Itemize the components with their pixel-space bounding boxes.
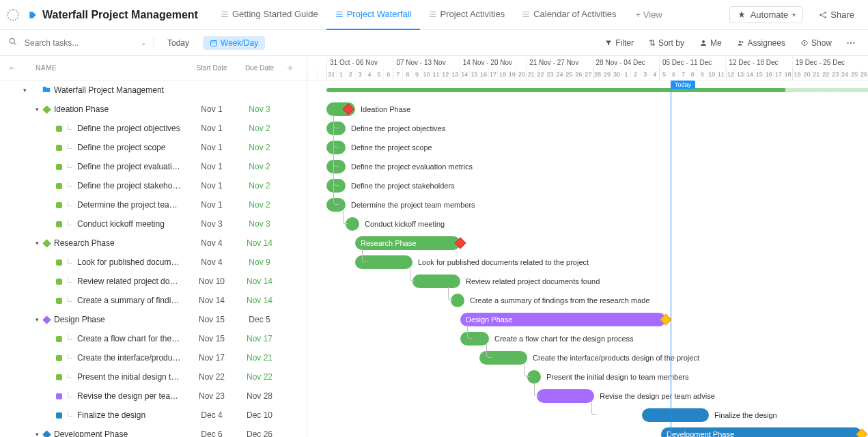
task-name: Look for published documen...: [77, 257, 188, 267]
collapse-caret-icon[interactable]: ▾: [23, 87, 31, 94]
svg-point-1: [825, 12, 826, 13]
task-row[interactable]: ▾ Determine the project team ... Nov 1 N…: [0, 195, 307, 214]
task-row[interactable]: ▾ Look for published documen... Nov 4 No…: [0, 253, 307, 272]
today-button[interactable]: Today: [160, 36, 196, 50]
gantt-row: Define the project objectives: [307, 119, 868, 138]
due-date: Nov 14: [236, 238, 283, 248]
today-line: [671, 81, 671, 437]
users-icon: [737, 39, 745, 47]
day-header: 20: [516, 68, 526, 81]
task-row[interactable]: ▾ Define the project stakehold... Nov 1 …: [0, 176, 307, 195]
share-icon: [818, 10, 828, 20]
task-row[interactable]: ▾ Define the project evaluation... Nov 1…: [0, 157, 307, 176]
task-row[interactable]: ▾ Finalize the design Dec 4 Dec 10: [0, 406, 307, 425]
gantt-bar[interactable]: [642, 408, 709, 422]
start-date: Nov 1: [188, 200, 236, 210]
view-tab[interactable]: Getting Started Guide: [212, 0, 326, 30]
due-date: Dec 5: [236, 315, 283, 324]
start-date: Nov 4: [188, 238, 236, 248]
phase-row[interactable]: ▾ Research Phase Nov 4 Nov 14: [0, 234, 307, 253]
sortby-button[interactable]: ⇅ Sort by: [645, 38, 688, 48]
milestone-diamond-icon: [660, 314, 672, 326]
weekday-toggle[interactable]: Week/Day: [203, 36, 265, 50]
dependency-line: [410, 268, 415, 281]
gantt-bar[interactable]: Development Phase: [661, 427, 862, 437]
assignees-button[interactable]: Assignees: [733, 38, 789, 48]
gantt-row: Create a summary of findings from the re…: [307, 291, 868, 310]
gantt-bar[interactable]: Design Phase: [460, 313, 666, 326]
day-header: 15: [754, 68, 764, 81]
me-button[interactable]: Me: [695, 38, 726, 48]
due-date: Nov 2: [236, 143, 283, 152]
phase-row[interactable]: ▾ Design Phase Nov 15 Dec 5: [0, 310, 307, 329]
day-header: 27: [583, 68, 593, 81]
today-label: Today: [671, 81, 695, 89]
milestone-diamond-icon: [343, 104, 354, 115]
search-icon: [8, 37, 18, 48]
search-input[interactable]: [25, 38, 134, 48]
phase-row[interactable]: ▾ Development Phase Dec 6 Dec 26: [0, 425, 307, 437]
gantt-bar-label: Create a flow chart for the design proce…: [494, 332, 634, 346]
status-square: [56, 259, 62, 266]
task-row[interactable]: ▾ Create a summary of finding... Nov 14 …: [0, 291, 307, 310]
task-row[interactable]: ▾ Review related project docu... Nov 10 …: [0, 272, 307, 291]
task-row[interactable]: ▾ Create the interface/product... Nov 17…: [0, 348, 307, 367]
list-icon: [335, 10, 344, 19]
view-tab[interactable]: Project Waterfall: [326, 0, 420, 30]
automate-button[interactable]: Automate ▾: [729, 6, 804, 23]
task-row[interactable]: ▾ Create a flow chart for the d... Nov 1…: [0, 329, 307, 348]
search-dropdown-chevron-icon[interactable]: ⌄: [141, 39, 146, 46]
due-date: Nov 3: [236, 219, 283, 229]
dependency-line: [343, 210, 348, 224]
gantt-row: Finalize the design: [307, 406, 868, 425]
day-header: 7: [393, 68, 402, 81]
view-tab[interactable]: Project Activities: [420, 0, 514, 30]
gantt-bar[interactable]: [412, 274, 460, 288]
overview-bar[interactable]: [326, 88, 868, 92]
day-header: 24: [555, 68, 564, 81]
task-row[interactable]: ▾ Define the project scope Nov 1 Nov 2: [0, 138, 307, 157]
add-view-button[interactable]: + View: [628, 10, 671, 20]
day-header: 22: [821, 68, 830, 81]
svg-point-6: [739, 40, 741, 42]
gantt-bar[interactable]: [460, 332, 489, 346]
task-row[interactable]: ▾ Present the initial design to t... Nov…: [0, 367, 307, 386]
week-header: 28 Nov - 04 Dec: [593, 56, 659, 68]
start-date: Nov 1: [188, 104, 236, 114]
view-tab[interactable]: Calendar of Activities: [513, 0, 624, 30]
subtask-icon: [66, 411, 74, 419]
start-date: Nov 3: [188, 219, 236, 229]
due-date: Nov 14: [236, 277, 283, 286]
share-button[interactable]: Share: [811, 7, 861, 23]
add-column-button[interactable]: +: [283, 62, 297, 74]
task-name: Review related project docu...: [77, 277, 188, 286]
subtask-icon: [66, 296, 74, 305]
subtask-icon: [66, 182, 74, 190]
dependency-line: [467, 325, 473, 339]
subtask-icon: [66, 124, 74, 132]
task-row[interactable]: ▾ Conduct kickoff meeting Nov 3 Nov 3: [0, 214, 307, 234]
task-name: Finalize the design: [77, 410, 188, 420]
phase-diamond-icon: [42, 430, 51, 437]
settings-gear-icon[interactable]: [7, 9, 19, 21]
phase-row[interactable]: ▾ Ideation Phase Nov 1 Nov 3: [0, 100, 307, 119]
filter-button[interactable]: Filter: [600, 38, 638, 48]
expand-all-icon[interactable]: ⇤: [10, 64, 18, 72]
task-row[interactable]: ▾ Revise the design per team a... Nov 23…: [0, 386, 307, 406]
folder-row[interactable]: ▾ Waterfall Project Management: [0, 81, 307, 100]
due-date: Nov 3: [236, 104, 283, 114]
svg-point-3: [10, 38, 14, 43]
gantt-bar[interactable]: [326, 102, 355, 116]
milestone-diamond-icon: [856, 429, 868, 437]
task-row[interactable]: ▾ Define the project objectives Nov 1 No…: [0, 119, 307, 138]
task-name: Define the project stakehold...: [77, 181, 188, 191]
week-header: 14 Nov - 20 Nov: [460, 56, 526, 68]
gantt-bar[interactable]: [537, 389, 594, 403]
svg-point-0: [820, 14, 822, 15]
day-header: 11: [716, 68, 726, 81]
day-header: 6: [669, 68, 678, 81]
gantt-bar[interactable]: Research Phase: [355, 236, 460, 250]
more-menu-button[interactable]: ···: [843, 38, 860, 48]
gantt-bar-label: Define the project scope: [351, 141, 432, 154]
show-button[interactable]: Show: [796, 38, 836, 48]
